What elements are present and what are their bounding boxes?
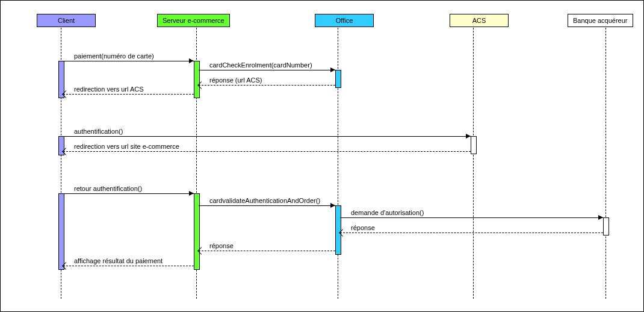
participant-4: Banque acquéreur <box>568 14 633 27</box>
activation-4 <box>471 136 477 154</box>
message-line-11 <box>63 266 194 266</box>
message-label-10: réponse <box>208 242 235 249</box>
lifeline-2 <box>338 28 338 299</box>
message-label-1: cardCheckEnrolment(cardNumber) <box>208 61 314 69</box>
message-line-4 <box>63 136 471 137</box>
message-line-10 <box>199 251 335 251</box>
activation-8 <box>603 217 609 236</box>
message-label-6: retour authentification() <box>73 185 143 192</box>
message-line-5 <box>63 151 471 152</box>
message-line-6 <box>63 193 194 194</box>
message-line-0 <box>63 61 194 61</box>
arrow-4 <box>466 134 471 139</box>
arrow-6 <box>189 191 194 196</box>
lifeline-3 <box>473 28 474 299</box>
activation-1 <box>194 61 200 98</box>
arrow-0 <box>189 58 194 63</box>
message-label-0: paiement(numéro de carte) <box>73 52 155 60</box>
arrow-7 <box>330 203 335 208</box>
arrow-8 <box>598 215 603 220</box>
message-label-11: affichage résultat du paiement <box>73 257 164 264</box>
message-label-3: redirection vers url ACS <box>73 86 145 93</box>
participant-1: Serveur e-commerce <box>157 14 230 27</box>
participant-0: Client <box>37 14 96 27</box>
message-label-9: réponse <box>350 224 376 231</box>
participant-2: Office <box>315 14 374 27</box>
message-line-9 <box>340 232 603 233</box>
message-line-1 <box>199 70 335 70</box>
message-label-5: redirection vers url site e-commerce <box>73 143 181 150</box>
message-label-4: authentification() <box>73 128 124 135</box>
activation-7 <box>335 205 341 255</box>
activation-2 <box>335 70 341 88</box>
lifeline-4 <box>605 28 606 299</box>
participant-3: ACS <box>450 14 509 27</box>
activation-5 <box>58 193 64 270</box>
message-line-3 <box>63 94 194 95</box>
message-label-2: réponse (url ACS) <box>208 76 263 84</box>
message-line-2 <box>199 85 335 86</box>
message-line-8 <box>340 217 603 218</box>
arrow-1 <box>330 67 335 72</box>
message-label-7: cardvalidateAuthenticationAndOrder() <box>208 197 321 204</box>
message-line-7 <box>199 205 335 206</box>
sequence-diagram: { "participants": [ {"name":"Client","x"… <box>0 0 644 312</box>
message-label-8: demande d'autorisation() <box>350 209 425 216</box>
